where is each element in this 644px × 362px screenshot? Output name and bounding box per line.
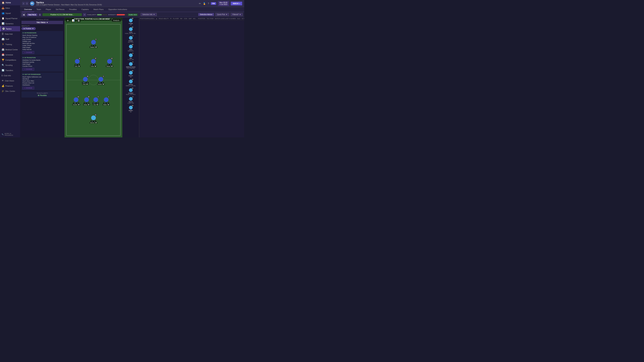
sidebar-home[interactable]: 🏠 Home [0,0,20,5]
col-position-text[interactable]: POSITION [198,17,206,20]
player-token-alvarez[interactable]: 19 IF - Su Álvarez [106,59,113,67]
col-con[interactable]: CON [183,17,188,20]
sidebar-item-schedule[interactable]: 📅 Schedule [0,52,20,57]
player-role: IWB - Au [73,102,79,104]
player-token-kovacic[interactable]: 8 VOL - At Kovačić [97,77,105,85]
sidebar-item-squad-planner[interactable]: 📋 Squad Planner [0,16,20,21]
col-role-ability[interactable]: ROLE ABILITY [158,17,170,20]
sidebar-item-finances[interactable]: 💰 Finances [0,83,20,88]
col-pi[interactable]: PI [170,17,172,20]
tab-captains[interactable]: Captains [79,7,91,12]
player-name-select[interactable]: Días [93,104,98,105]
tactics-back-button[interactable]: ◀ [22,13,26,16]
sidebar-item-medical-centre[interactable]: 🏥 Medical Centre [0,47,20,52]
player-name-select[interactable]: Ederson [90,122,98,123]
tab-opposition[interactable]: Opposition Instructions [106,7,130,12]
sidebar-item-staff[interactable]: 👔 Staff [0,36,20,42]
sidebar-item-club-info[interactable]: ℹ Club Info [0,73,20,78]
competitions-icon: 🏆 [2,59,4,61]
sidebar-item-tactics[interactable]: ⚽ Tactics [0,26,20,31]
team-fluidity-label: TEAM FLUIDITY [22,92,62,94]
selection-advice-button[interactable]: Selection Advice [198,13,214,16]
col-shp[interactable]: SHP [188,17,192,20]
player-token-doku[interactable]: 11 IW - Su Doku [74,59,80,67]
add-tactics-button[interactable]: + [83,13,86,16]
player-token-akanji[interactable]: 25 CD - De Akanji [83,97,90,105]
edit-icon[interactable]: ✏ [199,2,201,5]
sidebar-item-squad[interactable]: 👥 Squad [0,10,20,16]
col-tac[interactable]: TAC FAMI [206,17,214,20]
formation-icon-btn3[interactable]: ▦ [77,19,81,22]
formation-icon-btn1[interactable]: ⊕ [66,19,70,22]
player-name-select[interactable]: Haaland [90,46,98,48]
player-name-select[interactable]: Kovačić [97,83,105,85]
tab-player[interactable]: Player [44,7,53,12]
in-possession-change-button[interactable]: » CHANGE [22,51,34,54]
sub-num: 4 [132,35,133,36]
tab-team[interactable]: Team [34,7,44,12]
player-token-walker[interactable]: 2 IFB - De Walker [103,97,110,105]
player-role: IF - Su [107,64,112,65]
selection-info-button[interactable]: Selection Info ▼ [140,13,157,16]
col-inf[interactable]: INF [180,17,183,20]
quick-pick-button[interactable]: Quick Pick ▼ [215,13,229,16]
player-token-dias[interactable]: 5 BPD - De Días [92,97,99,105]
player-name-select[interactable]: Gvardiol [72,104,80,105]
double-arrow-icon: » [24,52,25,53]
tab-set-pieces[interactable]: Set Pieces [53,7,67,12]
filtered-button[interactable]: Filtered* ▼ [230,13,243,16]
player-name-select[interactable]: Walker [103,104,110,105]
sidebar-item-dynamics[interactable]: 📊 Dynamics [0,21,20,26]
player-token-rodri[interactable]: 16 BWM - Su Rodri [82,77,89,85]
help-icon[interactable]: ? [208,2,209,5]
player-token-haaland[interactable]: 9 CF - At Haaland [90,40,98,48]
formation-icon-btn2[interactable]: 📊 [71,19,76,22]
forward-button[interactable]: › [26,2,28,5]
player-name-select[interactable]: Akanji [83,104,90,105]
data-hub-icon: 🗄 [2,33,4,35]
player-name-select[interactable]: Rodri [82,83,88,85]
mentality-button[interactable]: ⊕ Positive ▼ [22,27,36,30]
sub-shirt: 82 [129,27,133,31]
sub-matheus-nunes: 3 Matheus Nunes M (C), AM (RC) [123,62,138,69]
dev-centre-icon: 🎓 [2,90,4,92]
achievements-icon[interactable]: 🏅 [203,2,206,5]
fm-badge: FM [211,2,216,5]
tab-penalties[interactable]: Penalties [67,7,79,12]
familiarity-bar [97,14,107,15]
sidebar-item-transfers[interactable]: 🔄 Transfers [0,68,20,73]
sidebar-item-inbox[interactable]: 📥 Inbox [0,5,20,10]
in-transition-change-button[interactable]: » CHANGE [22,68,34,70]
tab-match-plans[interactable]: Match Plans [91,7,106,12]
col-gls[interactable]: GLS [236,17,241,20]
player-name-select[interactable]: Álvarez [106,65,113,67]
sidebar-item-scouting[interactable]: 🔍 Scouting [0,62,20,68]
transition-item: Counter-Press [22,65,62,67]
player-token-gvardiol[interactable]: 24 IWB - Au Gvardiol [72,97,80,105]
player-token-foden[interactable]: 47 AP - At Foden [90,59,97,67]
player-token-ederson[interactable]: 31 SK - Su Ederson [90,115,98,123]
sidebar-item-data-hub[interactable]: 🗄 Data Hub [0,31,20,36]
tiki-taka-button[interactable]: TIKI-TAKA ▼ [22,21,63,24]
tab-overview[interactable]: Overview [22,7,34,12]
player-name-select[interactable]: Doku [74,65,80,67]
sidebar-item-club-vision[interactable]: 👁 Club Vision [0,78,20,83]
sub-gomez: 21 Gómez D/WB (L), AM (RL) [123,79,138,87]
analysis-button[interactable]: Analysis [112,19,121,22]
tactics-name-dropdown[interactable]: Positive 4-2-3-1 DM AM Wide... [42,13,82,16]
col-player[interactable]: PLAYER [172,17,180,20]
col-av-rat[interactable]: AV RAT [241,17,244,20]
sidebar-item-competitions[interactable]: 🏆 Competitions [0,57,20,62]
inbox-button[interactable]: INBOX » [231,2,242,5]
col-match-load[interactable]: MATCH LOAD LAST 5 GAMES [214,17,237,20]
sidebar-label: Competitions [5,59,16,61]
back-button[interactable]: ‹ [22,2,25,5]
player-name-select[interactable]: Foden [90,65,97,67]
sidebar-item-dev-centre[interactable]: 🎓 Dev. Centre [0,88,20,94]
staff-icon: 👔 [2,38,4,40]
col-position[interactable]: POSITION/ROLE/DU... ▲ [139,17,158,20]
sidebar-label: Squad [5,12,11,14]
col-mo[interactable]: MO... [192,17,198,20]
out-of-possession-change-button[interactable]: » CHANGE [22,87,34,89]
sidebar-item-training[interactable]: 🏃 Training [0,42,20,47]
